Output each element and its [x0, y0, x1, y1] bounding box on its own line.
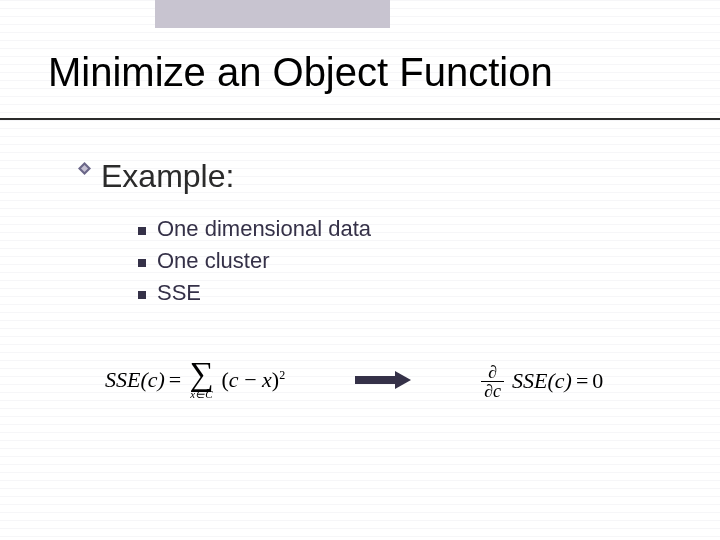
square-bullet-icon [138, 227, 146, 235]
open-paren: ( [222, 367, 229, 392]
bullet-level1: Example: [78, 158, 234, 195]
bullet-level1-text: Example: [101, 158, 234, 195]
list-item: One dimensional data [138, 216, 371, 242]
list-item: SSE [138, 280, 371, 306]
list-item-label: SSE [157, 280, 201, 306]
square-bullet-icon [138, 259, 146, 267]
summation-index: x∈C [190, 389, 212, 400]
list-item-label: One dimensional data [157, 216, 371, 242]
summation: ∑ x∈C [189, 360, 213, 400]
slide: Minimize an Object Function Example: One… [0, 0, 720, 540]
minus-sign: − [239, 367, 262, 392]
sigma-icon: ∑ [189, 360, 213, 387]
arrow-icon [355, 371, 411, 389]
title-underline [0, 118, 720, 120]
partial-denominator: ∂c [481, 382, 504, 400]
svg-rect-2 [355, 376, 395, 384]
sse-lhs: SSE(c) [105, 367, 165, 393]
sublist: One dimensional data One cluster SSE [138, 216, 371, 312]
header-accent-bar [155, 0, 390, 28]
equals-sign: = [576, 368, 588, 394]
equals-sign: = [169, 367, 181, 393]
exponent: 2 [279, 368, 285, 382]
formula-row: SSE(c) = ∑ x∈C (c − x)2 ∂ ∂c SSE(c) = [105, 360, 680, 400]
diamond-bullet-icon [78, 162, 91, 175]
var-c: c [229, 367, 239, 392]
zero: 0 [592, 368, 603, 394]
var-x: x [262, 367, 272, 392]
square-bullet-icon [138, 291, 146, 299]
formula-left: SSE(c) = ∑ x∈C (c − x)2 [105, 360, 285, 400]
svg-marker-3 [395, 371, 411, 389]
partial-derivative: ∂ ∂c [481, 363, 504, 400]
list-item-label: One cluster [157, 248, 270, 274]
formula-right: ∂ ∂c SSE(c) = 0 [481, 363, 603, 400]
list-item: One cluster [138, 248, 371, 274]
slide-title: Minimize an Object Function [48, 50, 553, 95]
squared-term: (c − x)2 [222, 367, 286, 393]
sse-func: SSE(c) [512, 368, 572, 394]
partial-numerator: ∂ [485, 363, 500, 381]
